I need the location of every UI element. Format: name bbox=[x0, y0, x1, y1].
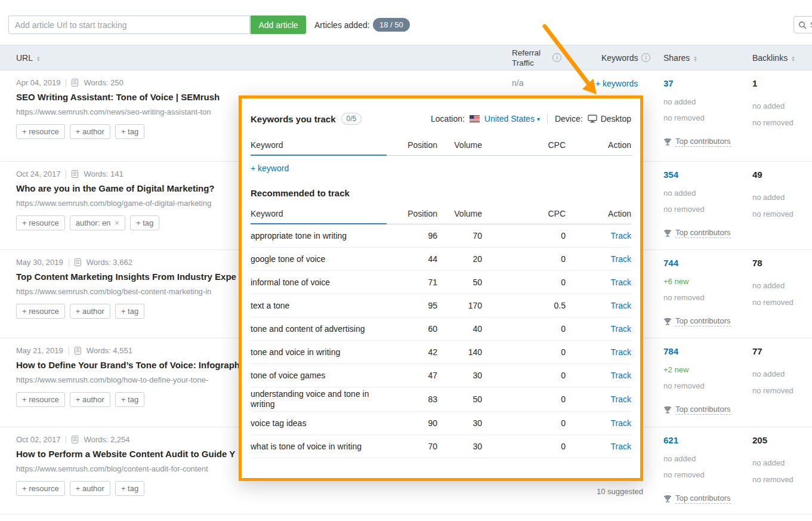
add-tag-chip[interactable]: + tag bbox=[115, 481, 144, 496]
keyword-cpc: 0 bbox=[482, 394, 566, 404]
column-header-url: URL bbox=[16, 45, 40, 70]
top-contributors-link[interactable]: Top contributors bbox=[663, 137, 731, 147]
article-meta: Oct 24, 2017 Words: 141 bbox=[16, 169, 124, 178]
add-author-chip[interactable]: + author bbox=[70, 481, 110, 496]
article-url: https://www.semrush.com/blog/game-of-dig… bbox=[16, 199, 211, 208]
add-author-chip[interactable]: + author bbox=[70, 124, 110, 139]
trophy-icon bbox=[663, 138, 672, 146]
keyword-text: informal tone of voice bbox=[251, 278, 393, 288]
add-resource-chip[interactable]: + resource bbox=[16, 304, 65, 319]
shares-count[interactable]: 621 bbox=[663, 435, 678, 445]
column-label-keywords: Keywords bbox=[601, 53, 638, 63]
track-button[interactable]: Track bbox=[566, 347, 631, 357]
keyword-row: tone and voice in writing 42 140 0 Track bbox=[251, 341, 631, 364]
keyword-text: understanding voice and tone in writing bbox=[251, 389, 393, 409]
article-meta: May 21, 2019 Words: 4,551 bbox=[16, 346, 132, 355]
keyword-text: what is tone of voice in writing bbox=[251, 442, 393, 452]
add-resource-chip[interactable]: + resource bbox=[16, 392, 65, 407]
sort-shares-icon[interactable] bbox=[693, 54, 697, 61]
keyword-position: 83 bbox=[393, 394, 437, 404]
article-words: Words: 141 bbox=[84, 169, 123, 178]
article-url-input[interactable] bbox=[8, 16, 250, 34]
track-button[interactable]: Track bbox=[566, 324, 631, 334]
keyword-row: voice tag ideas 90 30 0 Track bbox=[251, 412, 631, 435]
keyword-cpc: 0 bbox=[482, 418, 566, 428]
keyword-volume: 20 bbox=[437, 254, 482, 264]
column-label-referral-traffic: Referral Traffic bbox=[512, 48, 549, 68]
add-tag-chip[interactable]: + tag bbox=[115, 124, 144, 139]
shares-added: +2 new bbox=[663, 365, 688, 374]
referral-traffic-info-icon[interactable] bbox=[552, 53, 561, 62]
keyword-volume: 50 bbox=[437, 278, 482, 287]
shares-count[interactable]: 354 bbox=[663, 169, 678, 180]
keyword-position: 60 bbox=[393, 324, 437, 334]
add-tag-chip[interactable]: + tag bbox=[115, 304, 144, 319]
divider bbox=[66, 436, 66, 444]
keyword-cpc: 0 bbox=[482, 347, 566, 357]
top-contributors-link[interactable]: Top contributors bbox=[663, 316, 731, 326]
backlinks-added: no added bbox=[752, 101, 785, 110]
remove-author-icon[interactable]: × bbox=[115, 220, 119, 226]
col-volume: Volume bbox=[437, 209, 482, 218]
track-button[interactable]: Track bbox=[566, 371, 631, 380]
track-button[interactable]: Track bbox=[566, 394, 631, 404]
track-button[interactable]: Track bbox=[566, 231, 631, 241]
keyword-position: 44 bbox=[393, 254, 437, 264]
backlinks-added: no added bbox=[752, 193, 785, 202]
shares-removed: no removed bbox=[663, 470, 705, 479]
keyword-volume: 30 bbox=[437, 418, 482, 428]
keyword-position: 71 bbox=[393, 278, 437, 287]
add-resource-chip[interactable]: + resource bbox=[16, 481, 65, 496]
add-keywords-link[interactable]: + keywords bbox=[595, 79, 638, 88]
track-button[interactable]: Track bbox=[566, 254, 631, 264]
keyword-cpc: 0.5 bbox=[482, 301, 566, 310]
post-tracking-screen: Add article Articles added: 18 / 50 S UR… bbox=[0, 0, 812, 521]
add-tag-chip[interactable]: + tag bbox=[115, 392, 144, 407]
keyword-volume: 40 bbox=[437, 324, 482, 334]
divider bbox=[69, 347, 69, 355]
author-tag-chip[interactable]: author: en × bbox=[70, 215, 125, 230]
document-icon bbox=[75, 258, 81, 266]
keywords-info-icon[interactable] bbox=[641, 53, 650, 62]
shares-cell: 37 no added no removed Top contributors bbox=[663, 70, 753, 161]
track-button[interactable]: Track bbox=[566, 442, 631, 451]
sort-backlinks-icon[interactable] bbox=[791, 54, 795, 61]
keyword-row: tone and content of advertising 60 40 0 … bbox=[251, 317, 631, 341]
keyword-volume: 50 bbox=[437, 394, 482, 404]
col-cpc: CPC bbox=[482, 209, 566, 218]
track-button[interactable]: Track bbox=[566, 278, 631, 287]
add-keyword-link[interactable]: + keyword bbox=[251, 164, 289, 173]
article-date: May 30, 2019 bbox=[16, 258, 63, 267]
article-date: Oct 02, 2017 bbox=[16, 435, 60, 444]
add-tag-chip[interactable]: + tag bbox=[130, 215, 159, 230]
col-cpc: CPC bbox=[482, 140, 566, 150]
keyword-text: tone and voice in writing bbox=[251, 347, 393, 357]
col-position: Position bbox=[393, 209, 437, 218]
add-resource-chip[interactable]: + resource bbox=[16, 215, 65, 230]
top-contributors-link[interactable]: Top contributors bbox=[663, 228, 731, 238]
location-selector[interactable]: United States ▾ bbox=[484, 114, 540, 124]
add-resource-chip[interactable]: + resource bbox=[16, 124, 65, 139]
article-words: Words: 250 bbox=[84, 78, 123, 87]
backlinks-removed: no removed bbox=[752, 298, 794, 307]
article-date: May 21, 2019 bbox=[16, 346, 63, 355]
col-keyword: Keyword bbox=[251, 209, 393, 218]
top-contributors-link[interactable]: Top contributors bbox=[663, 494, 731, 504]
shares-count[interactable]: 744 bbox=[663, 258, 678, 268]
top-contributors-link[interactable]: Top contributors bbox=[663, 405, 731, 415]
shares-count[interactable]: 37 bbox=[663, 78, 674, 88]
device-label: Device: bbox=[555, 114, 583, 124]
device-selector[interactable]: Desktop bbox=[588, 114, 631, 124]
add-author-chip[interactable]: + author bbox=[70, 392, 110, 407]
device-value: Desktop bbox=[601, 114, 631, 124]
keywords-you-track-title: Keywords you track bbox=[251, 114, 336, 124]
add-article-button[interactable]: Add article bbox=[251, 16, 306, 34]
shares-added: no added bbox=[663, 454, 696, 463]
track-button[interactable]: Track bbox=[566, 301, 631, 310]
add-author-chip[interactable]: + author bbox=[70, 304, 110, 319]
col-volume: Volume bbox=[437, 140, 482, 150]
search-input[interactable]: S bbox=[794, 16, 812, 33]
sort-url-icon[interactable] bbox=[36, 54, 40, 61]
track-button[interactable]: Track bbox=[566, 418, 631, 428]
shares-count[interactable]: 784 bbox=[663, 346, 678, 356]
